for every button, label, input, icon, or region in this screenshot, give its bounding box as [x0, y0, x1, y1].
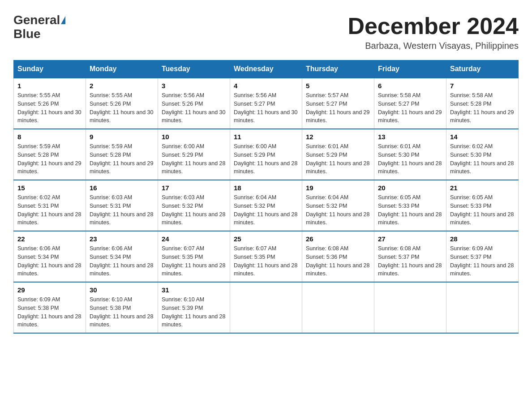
table-row: 27 Sunrise: 6:08 AMSunset: 5:37 PMDaylig…: [374, 231, 446, 282]
day-number: 8: [17, 133, 82, 141]
day-info: Sunrise: 6:06 AMSunset: 5:34 PMDaylight:…: [17, 245, 81, 277]
day-info: Sunrise: 5:59 AMSunset: 5:28 PMDaylight:…: [17, 143, 81, 175]
logo: General Blue: [13, 13, 65, 41]
calendar-week-row: 15 Sunrise: 6:02 AMSunset: 5:31 PMDaylig…: [14, 180, 519, 231]
day-number: 7: [450, 82, 515, 90]
location-subtitle: Barbaza, Western Visayas, Philippines: [348, 41, 519, 51]
day-number: 27: [378, 235, 442, 243]
day-number: 12: [306, 133, 370, 141]
calendar-week-row: 29 Sunrise: 6:09 AMSunset: 5:38 PMDaylig…: [14, 282, 519, 333]
day-info: Sunrise: 6:09 AMSunset: 5:38 PMDaylight:…: [17, 296, 81, 328]
logo-triangle-icon: [61, 16, 65, 24]
day-info: Sunrise: 6:01 AMSunset: 5:30 PMDaylight:…: [378, 143, 442, 175]
header-saturday: Saturday: [446, 60, 519, 78]
day-number: 23: [90, 235, 154, 243]
day-info: Sunrise: 6:05 AMSunset: 5:33 PMDaylight:…: [450, 194, 514, 226]
table-row: 15 Sunrise: 6:02 AMSunset: 5:31 PMDaylig…: [14, 180, 86, 231]
table-row: 24 Sunrise: 6:07 AMSunset: 5:35 PMDaylig…: [158, 231, 230, 282]
day-number: 26: [306, 235, 370, 243]
header-thursday: Thursday: [302, 60, 374, 78]
day-number: 15: [17, 184, 82, 192]
logo-general: General: [13, 13, 60, 27]
table-row: 10 Sunrise: 6:00 AMSunset: 5:29 PMDaylig…: [158, 129, 230, 180]
day-number: 21: [450, 184, 515, 192]
table-row: 19 Sunrise: 6:04 AMSunset: 5:32 PMDaylig…: [302, 180, 374, 231]
table-row: 21 Sunrise: 6:05 AMSunset: 5:33 PMDaylig…: [446, 180, 519, 231]
day-number: 16: [90, 184, 154, 192]
table-row: 7 Sunrise: 5:58 AMSunset: 5:28 PMDayligh…: [446, 78, 519, 129]
day-number: 24: [162, 235, 226, 243]
day-number: 11: [234, 133, 298, 141]
day-info: Sunrise: 6:10 AMSunset: 5:39 PMDaylight:…: [162, 296, 225, 328]
day-number: 31: [162, 286, 226, 294]
day-info: Sunrise: 5:55 AMSunset: 5:26 PMDaylight:…: [17, 92, 81, 124]
calendar-week-row: 8 Sunrise: 5:59 AMSunset: 5:28 PMDayligh…: [14, 129, 519, 180]
day-number: 30: [90, 286, 154, 294]
day-info: Sunrise: 6:10 AMSunset: 5:38 PMDaylight:…: [90, 296, 153, 328]
month-title: December 2024: [348, 13, 519, 39]
day-info: Sunrise: 6:05 AMSunset: 5:33 PMDaylight:…: [378, 194, 442, 226]
day-number: 1: [17, 82, 82, 90]
table-row: 26 Sunrise: 6:08 AMSunset: 5:36 PMDaylig…: [302, 231, 374, 282]
logo-blue: Blue: [13, 27, 41, 41]
day-info: Sunrise: 6:06 AMSunset: 5:34 PMDaylight:…: [90, 245, 153, 277]
table-row: 31 Sunrise: 6:10 AMSunset: 5:39 PMDaylig…: [158, 282, 230, 333]
day-info: Sunrise: 6:04 AMSunset: 5:32 PMDaylight:…: [234, 194, 297, 226]
day-number: 19: [306, 184, 370, 192]
table-row: [302, 282, 374, 333]
table-row: 2 Sunrise: 5:55 AMSunset: 5:26 PMDayligh…: [86, 78, 158, 129]
table-row: 17 Sunrise: 6:03 AMSunset: 5:32 PMDaylig…: [158, 180, 230, 231]
table-row: 29 Sunrise: 6:09 AMSunset: 5:38 PMDaylig…: [14, 282, 86, 333]
day-info: Sunrise: 6:07 AMSunset: 5:35 PMDaylight:…: [234, 245, 297, 277]
day-info: Sunrise: 6:07 AMSunset: 5:35 PMDaylight:…: [162, 245, 225, 277]
header-friday: Friday: [374, 60, 446, 78]
day-info: Sunrise: 6:03 AMSunset: 5:32 PMDaylight:…: [162, 194, 225, 226]
day-info: Sunrise: 5:56 AMSunset: 5:27 PMDaylight:…: [234, 92, 297, 124]
table-row: 9 Sunrise: 5:59 AMSunset: 5:28 PMDayligh…: [86, 129, 158, 180]
table-row: 3 Sunrise: 5:56 AMSunset: 5:26 PMDayligh…: [158, 78, 230, 129]
day-number: 4: [234, 82, 298, 90]
day-info: Sunrise: 6:09 AMSunset: 5:37 PMDaylight:…: [450, 245, 514, 277]
day-number: 2: [90, 82, 154, 90]
table-row: 5 Sunrise: 5:57 AMSunset: 5:27 PMDayligh…: [302, 78, 374, 129]
day-info: Sunrise: 6:02 AMSunset: 5:31 PMDaylight:…: [17, 194, 81, 226]
day-number: 14: [450, 133, 515, 141]
table-row: 1 Sunrise: 5:55 AMSunset: 5:26 PMDayligh…: [14, 78, 86, 129]
header-sunday: Sunday: [14, 60, 86, 78]
day-info: Sunrise: 6:08 AMSunset: 5:37 PMDaylight:…: [378, 245, 442, 277]
day-number: 9: [90, 133, 154, 141]
day-number: 6: [378, 82, 442, 90]
day-info: Sunrise: 6:01 AMSunset: 5:29 PMDaylight:…: [306, 143, 369, 175]
day-number: 29: [17, 286, 82, 294]
table-row: 20 Sunrise: 6:05 AMSunset: 5:33 PMDaylig…: [374, 180, 446, 231]
table-row: [446, 282, 519, 333]
table-row: [230, 282, 302, 333]
day-number: 10: [162, 133, 226, 141]
day-number: 20: [378, 184, 442, 192]
table-row: 30 Sunrise: 6:10 AMSunset: 5:38 PMDaylig…: [86, 282, 158, 333]
table-row: 12 Sunrise: 6:01 AMSunset: 5:29 PMDaylig…: [302, 129, 374, 180]
table-row: 6 Sunrise: 5:58 AMSunset: 5:27 PMDayligh…: [374, 78, 446, 129]
table-row: 18 Sunrise: 6:04 AMSunset: 5:32 PMDaylig…: [230, 180, 302, 231]
day-number: 13: [378, 133, 442, 141]
day-info: Sunrise: 6:00 AMSunset: 5:29 PMDaylight:…: [162, 143, 225, 175]
day-number: 5: [306, 82, 370, 90]
day-info: Sunrise: 5:56 AMSunset: 5:26 PMDaylight:…: [162, 92, 225, 124]
day-info: Sunrise: 5:59 AMSunset: 5:28 PMDaylight:…: [90, 143, 153, 175]
table-row: 8 Sunrise: 5:59 AMSunset: 5:28 PMDayligh…: [14, 129, 86, 180]
table-row: 14 Sunrise: 6:02 AMSunset: 5:30 PMDaylig…: [446, 129, 519, 180]
calendar-table: Sunday Monday Tuesday Wednesday Thursday…: [13, 60, 519, 334]
day-number: 3: [162, 82, 226, 90]
table-row: 23 Sunrise: 6:06 AMSunset: 5:34 PMDaylig…: [86, 231, 158, 282]
header-wednesday: Wednesday: [230, 60, 302, 78]
table-row: 11 Sunrise: 6:00 AMSunset: 5:29 PMDaylig…: [230, 129, 302, 180]
table-row: 13 Sunrise: 6:01 AMSunset: 5:30 PMDaylig…: [374, 129, 446, 180]
day-number: 28: [450, 235, 515, 243]
table-row: [374, 282, 446, 333]
day-info: Sunrise: 5:58 AMSunset: 5:28 PMDaylight:…: [450, 92, 514, 124]
title-block: December 2024 Barbaza, Western Visayas, …: [348, 13, 519, 51]
calendar-header-row: Sunday Monday Tuesday Wednesday Thursday…: [14, 60, 519, 78]
header-monday: Monday: [86, 60, 158, 78]
day-info: Sunrise: 6:02 AMSunset: 5:30 PMDaylight:…: [450, 143, 514, 175]
calendar-week-row: 1 Sunrise: 5:55 AMSunset: 5:26 PMDayligh…: [14, 78, 519, 129]
